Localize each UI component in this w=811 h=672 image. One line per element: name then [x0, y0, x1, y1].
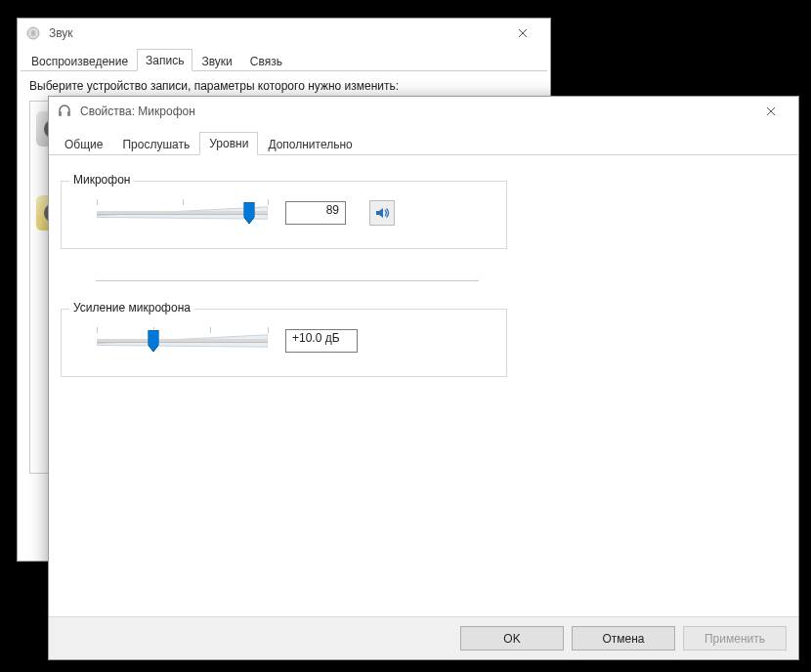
microphone-volume-slider[interactable]	[97, 199, 268, 227]
close-icon	[766, 106, 776, 116]
sound-window-title: Звук	[49, 26, 73, 40]
sound-titlebar[interactable]: Звук	[18, 19, 550, 48]
cancel-button[interactable]: Отмена	[572, 626, 675, 651]
tab-levels[interactable]: Уровни	[199, 132, 258, 155]
svg-marker-8	[148, 330, 158, 352]
props-close-button[interactable]	[749, 98, 792, 125]
microphone-group-legend: Микрофон	[69, 173, 134, 187]
sound-instruction-text: Выберите устройство записи, параметры ко…	[18, 71, 550, 97]
microphone-mute-button[interactable]	[369, 200, 395, 226]
microphone-volume-group: Микрофон	[61, 181, 507, 249]
microphone-properties-window: Свойства: Микрофон Общие Прослушать Уров…	[48, 96, 799, 660]
dialog-button-row: OK Отмена Применить	[49, 616, 798, 659]
headset-icon	[57, 104, 72, 119]
tab-communication[interactable]: Связь	[241, 50, 291, 71]
tab-general[interactable]: Общие	[55, 133, 112, 155]
tab-playback[interactable]: Воспроизведение	[22, 50, 137, 71]
props-window-title: Свойства: Микрофон	[80, 105, 195, 118]
microphone-boost-slider[interactable]	[97, 327, 268, 355]
slider-track	[97, 339, 268, 343]
sound-close-button[interactable]	[501, 20, 544, 47]
sound-tabstrip: Воспроизведение Запись Звуки Связь	[21, 48, 547, 71]
speaker-icon	[374, 205, 390, 221]
slider-thumb[interactable]	[148, 330, 158, 352]
svg-rect-1	[31, 30, 35, 36]
svg-marker-6	[376, 208, 383, 218]
tab-sounds[interactable]: Звуки	[192, 50, 240, 71]
microphone-volume-value[interactable]: 89	[285, 201, 346, 225]
svg-rect-3	[67, 111, 70, 116]
tab-advanced[interactable]: Дополнительно	[258, 133, 362, 155]
levels-tab-page: Микрофон	[49, 155, 798, 609]
slider-track	[97, 211, 268, 215]
tab-recording[interactable]: Запись	[137, 49, 192, 71]
tab-listen[interactable]: Прослушать	[112, 133, 199, 155]
props-titlebar[interactable]: Свойства: Микрофон	[49, 97, 798, 126]
sound-icon	[25, 25, 41, 41]
close-icon	[518, 28, 528, 38]
props-tabstrip: Общие Прослушать Уровни Дополнительно	[49, 130, 798, 155]
slider-thumb[interactable]	[243, 202, 254, 224]
apply-button: Применить	[683, 626, 787, 651]
svg-marker-5	[243, 202, 254, 224]
ok-button[interactable]: OK	[460, 626, 564, 651]
boost-group-legend: Усиление микрофона	[69, 301, 194, 315]
microphone-boost-value[interactable]: +10.0 дБ	[285, 329, 358, 353]
svg-rect-2	[59, 111, 62, 116]
microphone-boost-group: Усиление микрофона	[61, 309, 507, 377]
separator	[96, 280, 479, 281]
